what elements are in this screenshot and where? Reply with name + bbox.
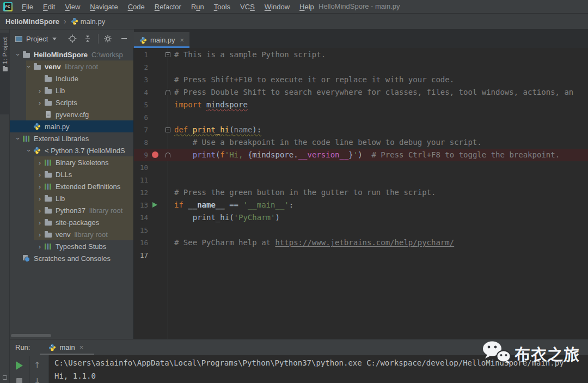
tree-item-typeshed-stubs[interactable]: ›Typeshed Stubs — [10, 240, 133, 252]
menu-tools[interactable]: Tools — [209, 3, 235, 11]
chevron-down-icon[interactable]: › — [25, 63, 33, 70]
stop-button[interactable] — [16, 378, 22, 383]
hide-panel-icon[interactable] — [121, 38, 127, 39]
chevron-right-icon[interactable]: › — [36, 159, 44, 167]
folder-icon — [44, 172, 52, 178]
code-line-10[interactable]: 10 — [134, 161, 588, 174]
tool-window-button-label: 1: Project — [2, 37, 8, 64]
file-icon — [44, 111, 52, 118]
python-icon — [33, 123, 41, 130]
menu-code[interactable]: Code — [123, 3, 150, 11]
locate-file-icon[interactable] — [66, 34, 78, 43]
breadcrumb-file[interactable]: main.py — [81, 17, 106, 26]
fold-marker-icon[interactable] — [166, 153, 170, 157]
tree-item-include[interactable]: Include — [10, 72, 133, 84]
line-number: 7 — [134, 124, 148, 136]
tool-window-button-project[interactable]: 1: Project — [0, 33, 10, 114]
code-line-14[interactable]: 14 print_hi('PyCharm') — [134, 211, 588, 224]
fold-marker-icon[interactable] — [166, 127, 170, 132]
tree-item-venv[interactable]: ›venvlibrary root — [10, 60, 133, 72]
code-line-17[interactable]: 17 — [134, 249, 588, 262]
code-line-5[interactable]: 5import mindspore — [134, 99, 588, 111]
project-panel-title[interactable]: Project — [26, 35, 48, 43]
menu-refactor[interactable]: Refactor — [150, 3, 186, 11]
tree-item-main-py[interactable]: main.py — [10, 120, 133, 132]
code-line-2[interactable]: 2 — [134, 61, 588, 74]
code-line-3[interactable]: 3# Press Shift+F10 to execute it or repl… — [134, 74, 588, 86]
code-line-12[interactable]: 12# Press the green button in the gutter… — [134, 186, 588, 199]
line-number: 11 — [134, 174, 148, 186]
down-arrow-icon[interactable]: ↓ — [34, 376, 41, 383]
editor-tab-main-py[interactable]: main.py × — [134, 32, 189, 48]
menu-run[interactable]: Run — [186, 3, 209, 11]
code-line-4[interactable]: 4# Press Double Shift to search everywhe… — [134, 86, 588, 99]
tree-item-extended-definitions[interactable]: ›Extended Definitions — [10, 180, 133, 192]
breadcrumb-project[interactable]: HelloMindSpore — [5, 17, 59, 26]
gear-icon[interactable] — [102, 34, 114, 43]
tree-item-venv[interactable]: ›venvlibrary root — [10, 228, 133, 240]
chevron-right-icon[interactable]: › — [36, 230, 44, 239]
code-line-11[interactable]: 11 — [134, 174, 588, 186]
chevron-down-icon[interactable]: › — [14, 51, 22, 58]
chevron-right-icon[interactable]: › — [36, 242, 44, 251]
run-line-icon[interactable] — [152, 202, 157, 208]
collapse-all-icon[interactable] — [82, 35, 94, 42]
breakpoint-icon[interactable] — [152, 151, 158, 158]
tree-item-site-packages[interactable]: ›site-packages — [10, 216, 133, 228]
tree-item-dlls[interactable]: ›DLLs — [10, 168, 133, 180]
chevron-down-icon[interactable]: › — [25, 147, 33, 154]
folder-icon — [44, 76, 52, 82]
rerun-button[interactable] — [16, 361, 23, 370]
close-icon[interactable]: × — [180, 36, 185, 44]
menu-view[interactable]: View — [60, 3, 85, 11]
chevron-right-icon[interactable]: › — [36, 206, 44, 215]
tree-item-hellomindspore[interactable]: ›HelloMindSporeC:\worksp — [10, 48, 133, 60]
tree-item-scripts[interactable]: ›Scripts — [10, 96, 133, 108]
menu-vcs[interactable]: VCS — [235, 3, 260, 11]
tree-item-scratches-and-consoles[interactable]: Scratches and Consoles — [10, 252, 133, 264]
tree-item-pyvenv-cfg[interactable]: pyvenv.cfg — [10, 108, 133, 120]
favorites-tool-icon[interactable] — [3, 375, 7, 380]
up-arrow-icon[interactable]: ↑ — [34, 360, 41, 370]
chevron-right-icon[interactable]: › — [36, 183, 44, 191]
code-text: print_hi('PyCharm') — [174, 211, 280, 224]
code-line-15[interactable]: 15 — [134, 224, 588, 236]
chevron-right-icon[interactable]: › — [36, 171, 44, 179]
code-line-13[interactable]: 13if __name__ == '__main__': — [134, 199, 588, 211]
menu-window[interactable]: Window — [260, 3, 295, 11]
chevron-down-icon[interactable]: › — [14, 135, 22, 142]
tree-item-binary-skeletons[interactable]: ›Binary Skeletons — [10, 156, 133, 168]
chevron-right-icon[interactable]: › — [36, 194, 44, 203]
project-tree: ›HelloMindSporeC:\worksp›venvlibrary roo… — [10, 48, 134, 339]
tree-item-external-libraries[interactable]: ›External Libraries — [10, 132, 133, 144]
menu-edit[interactable]: Edit — [38, 3, 60, 11]
menu-navigate[interactable]: Navigate — [85, 3, 122, 11]
code-line-1[interactable]: 1# This is a sample Python script. — [134, 48, 588, 61]
chevron-down-icon[interactable] — [52, 38, 57, 40]
chevron-right-icon[interactable]: › — [36, 218, 44, 227]
code-line-7[interactable]: 7def print_hi(name): — [134, 124, 588, 136]
menu-help[interactable]: Help — [295, 3, 319, 11]
run-tab-main[interactable]: main × — [45, 339, 87, 355]
code-line-9[interactable]: 9 print(f'Hi, {mindspore.__version__}') … — [134, 149, 588, 161]
tree-item-python37[interactable]: ›Python37library root — [10, 204, 133, 216]
tree-item-label: Scratches and Consoles — [34, 254, 111, 263]
chevron-right-icon: › — [64, 17, 66, 26]
menu-file[interactable]: File — [17, 3, 38, 11]
tree-item-lib[interactable]: ›Lib — [10, 84, 133, 96]
code-line-6[interactable]: 6 — [134, 111, 588, 124]
fold-marker-icon[interactable] — [166, 52, 170, 57]
breadcrumb: HelloMindSpore › main.py — [0, 14, 588, 29]
code-line-8[interactable]: 8 # Use a breakpoint in the code line be… — [134, 136, 588, 149]
horizontal-scrollbar-thumb[interactable] — [11, 334, 51, 337]
chevron-right-icon[interactable]: › — [36, 87, 44, 95]
code-line-16[interactable]: 16# See PyCharm help at https://www.jetb… — [134, 236, 588, 249]
run-tab-label: main — [59, 343, 75, 351]
tree-item-suffix: library root — [65, 63, 98, 71]
close-icon[interactable]: × — [79, 343, 84, 351]
fold-marker-icon[interactable] — [166, 90, 170, 95]
menu-bar: PC FileEditViewNavigateCodeRefactorRunTo… — [0, 0, 588, 14]
chevron-right-icon[interactable]: › — [36, 99, 44, 107]
tree-item-python-3-7-hellominds[interactable]: ›< Python 3.7 (HelloMindS — [10, 144, 133, 156]
tree-item-lib[interactable]: ›Lib — [10, 192, 133, 204]
